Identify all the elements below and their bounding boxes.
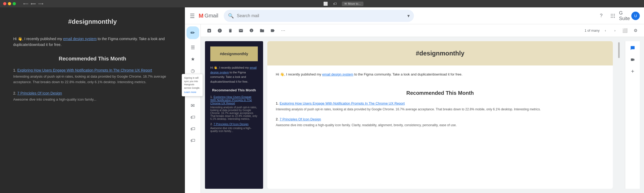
scrollbar[interactable] xyxy=(617,41,621,189)
gmail-chrome-link[interactable]: Exploring How Users Engage With Notifica… xyxy=(279,101,405,105)
print-icon[interactable]: ⬜ xyxy=(323,1,328,6)
recommended-section: Recommended This Month 1. Exploring How … xyxy=(267,84,613,139)
chat-icon[interactable] xyxy=(628,43,637,53)
dark-icon-link[interactable]: 7 Principles Of Icon Design xyxy=(213,123,249,126)
svg-point-0 xyxy=(611,14,612,15)
split-view-button[interactable]: ⬜ xyxy=(621,26,629,35)
email-design-system-link[interactable]: email design system xyxy=(63,37,97,41)
gmail-rec-item-2-title: 2. 7 Principles Of Icon Design xyxy=(276,117,604,121)
left-email-body: Hi 👋, I recently published my email desi… xyxy=(13,36,172,48)
title-bar: ⟵ ⟸ ⟶ ⬜ 🏷 ✉ Move to... xyxy=(0,0,644,7)
chrome-report-link[interactable]: Exploring How Users Engage With Notifica… xyxy=(17,68,152,72)
item-num: 1. xyxy=(13,68,17,72)
gmail-email-reader: #designmonthly Hi 👋, I recently publishe… xyxy=(267,41,613,189)
learn-more-link[interactable]: Learn more xyxy=(184,91,200,94)
email-view: #designmonthly Hi 👋, I recently publishe… xyxy=(201,37,644,193)
svg-point-7 xyxy=(613,17,613,18)
search-bar[interactable]: 🔍 ▾ xyxy=(224,10,414,22)
move-to-label: Move to... xyxy=(348,2,361,5)
move-to-button[interactable]: ✉ Move to... xyxy=(342,2,363,6)
signin-overlay: Signing in will sync you into Hangouts a… xyxy=(182,74,203,96)
page-count: 1 of many xyxy=(585,29,600,32)
dark-email-header-title: #designmonthly xyxy=(216,52,253,56)
labels-button[interactable] xyxy=(268,26,277,35)
email-design-link[interactable]: email design system xyxy=(322,72,353,76)
sidebar-item-label2[interactable]: 🏷 xyxy=(186,124,199,134)
email-toolbar: ⋯ 1 of many ‹ › ⬜ ⚙ xyxy=(201,24,644,37)
sidebar-item-all-mail[interactable]: ✉ xyxy=(186,100,199,111)
spam-button[interactable] xyxy=(216,26,224,35)
right-sidebar xyxy=(625,41,640,189)
search-icon: 🔍 xyxy=(228,13,234,19)
next-message-button[interactable]: › xyxy=(611,27,619,34)
topbar-right: ? G Suite U xyxy=(596,11,640,21)
gsuite-text: G Suite xyxy=(619,10,630,21)
dark-rec-item-2: 2. 7 Principles Of Icon Design Awesome d… xyxy=(210,123,258,133)
snooze-button[interactable] xyxy=(247,26,256,35)
apps-grid-button[interactable] xyxy=(608,11,618,21)
dark-rec-item-1: 1. Exploring How Users Engage With Notif… xyxy=(210,95,258,120)
traffic-lights xyxy=(3,2,16,5)
gmail-body: ✏ ☰ ★ ◷ ▷ ✉ ✉ 🏷 🏷 🏷 xyxy=(185,24,644,193)
close-button[interactable] xyxy=(3,2,6,5)
archive-button[interactable] xyxy=(205,26,213,35)
svg-point-8 xyxy=(614,17,615,18)
search-input[interactable] xyxy=(237,13,404,18)
more-options-button[interactable]: ⋯ xyxy=(279,26,287,35)
hamburger-line xyxy=(190,17,194,18)
email-header-title: #designmonthly xyxy=(276,50,604,57)
search-dropdown-icon[interactable]: ▾ xyxy=(407,13,410,19)
maximize-button[interactable] xyxy=(13,2,16,5)
title-bar-actions: ⟵ ⟸ ⟶ xyxy=(23,1,43,6)
gmail-sidebar: ✏ ☰ ★ ◷ ▷ ✉ ✉ 🏷 🏷 🏷 xyxy=(185,24,201,193)
add-icon[interactable] xyxy=(628,67,637,76)
icon-design-link[interactable]: 7 Principles Of Icon Design xyxy=(17,91,62,95)
delete-button[interactable] xyxy=(226,26,235,35)
settings-button[interactable]: ⚙ xyxy=(631,26,640,35)
forward-icon[interactable]: ⟶ xyxy=(38,1,43,6)
gmail-rec-item-2: 2. 7 Principles Of Icon Design Awesome d… xyxy=(276,117,604,128)
dark-chrome-link[interactable]: Exploring How Users Engage With Notifica… xyxy=(210,95,252,105)
dark-email-body: Hi 👋, I recently published my email desi… xyxy=(210,65,258,84)
hamburger-line xyxy=(190,14,194,14)
tag-icon[interactable]: 🏷 xyxy=(332,1,338,6)
compose-button[interactable]: ✏ xyxy=(186,26,199,39)
title-bar-center: ⬜ 🏷 ✉ Move to... xyxy=(45,1,641,6)
gmail-rec-item-1-title: 1. Exploring How Users Engage With Notif… xyxy=(276,101,604,105)
help-button[interactable]: ? xyxy=(596,11,606,21)
left-rec-item-1: 1. Exploring How Users Engage With Notif… xyxy=(13,68,172,85)
dark-email-link[interactable]: email design system xyxy=(210,66,256,74)
svg-point-6 xyxy=(611,17,612,18)
gmail-rec-item-1-body: Interesting analysis of push opt-in rate… xyxy=(276,107,604,112)
move-to-button[interactable] xyxy=(258,26,266,35)
user-avatar[interactable]: U xyxy=(631,12,640,20)
hamburger-menu-icon[interactable] xyxy=(189,13,195,19)
toolbar-right: 1 of many ‹ › ⬜ ⚙ xyxy=(585,26,640,35)
prev-message-button[interactable]: ‹ xyxy=(602,27,609,34)
email-body-intro: , I recently published my xyxy=(284,72,322,76)
gmail-rec-item-1: 1. Exploring How Users Engage With Notif… xyxy=(276,101,604,112)
sidebar-item-label1[interactable]: 🏷 xyxy=(186,112,199,123)
gmail-icon-design-link[interactable]: 7 Principles Of Icon Design xyxy=(279,117,321,121)
back-icon[interactable]: ⟵ xyxy=(23,1,29,6)
left-section-heading: Recommended This Month xyxy=(13,56,172,62)
sidebar-item-starred[interactable]: ★ xyxy=(186,54,199,64)
gmail-rec-item-2-body: Awesome dive into creating a high-qualit… xyxy=(276,123,604,128)
svg-point-1 xyxy=(613,14,613,15)
back-back-icon[interactable]: ⟸ xyxy=(31,1,36,6)
scrollbar-thumb[interactable] xyxy=(618,42,620,58)
minimize-button[interactable] xyxy=(8,2,11,5)
rec-item-2-num: 2. xyxy=(276,117,279,121)
left-rec-item-1-desc: Interesting analysis of push opt-in rate… xyxy=(13,74,172,85)
sidebar-item-label3[interactable]: 🏷 xyxy=(186,135,199,146)
email-content-area: ⋯ 1 of many ‹ › ⬜ ⚙ xyxy=(201,24,644,193)
meet-icon[interactable] xyxy=(628,55,637,64)
gmail-topbar: M Gmail 🔍 ▾ ? G Suite xyxy=(185,7,644,24)
email-header-section: #designmonthly xyxy=(267,41,613,65)
email-content-section: Hi 👋, I recently published my email desi… xyxy=(267,65,613,84)
wave-emoji: 👋 xyxy=(18,37,22,41)
main-area: #designmonthly Hi 👋, I recently publishe… xyxy=(0,7,644,193)
body-text: , I recently published my xyxy=(22,37,63,41)
mark-unread-button[interactable] xyxy=(237,26,245,35)
sidebar-item-inbox[interactable]: ☰ xyxy=(186,42,199,53)
